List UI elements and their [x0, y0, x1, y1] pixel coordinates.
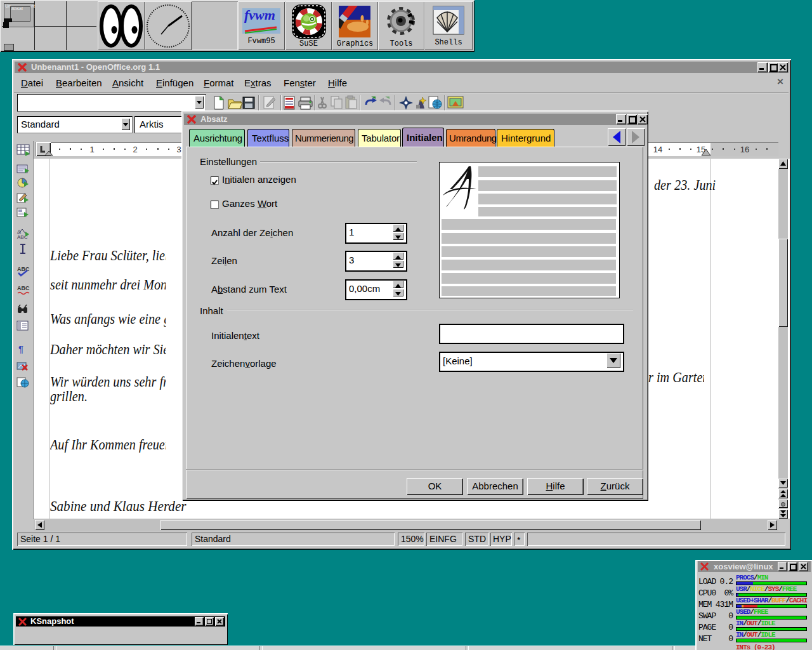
svg-text:16: 16 [740, 145, 749, 154]
svg-text:3: 3 [176, 145, 181, 154]
svg-text:2: 2 [133, 145, 137, 154]
svg-text:14: 14 [653, 145, 662, 154]
svg-text:ABC: ABC [17, 285, 30, 291]
svg-text:¶: ¶ [18, 343, 23, 354]
svg-text:ABC: ABC [17, 266, 30, 272]
svg-text:1: 1 [89, 145, 94, 154]
